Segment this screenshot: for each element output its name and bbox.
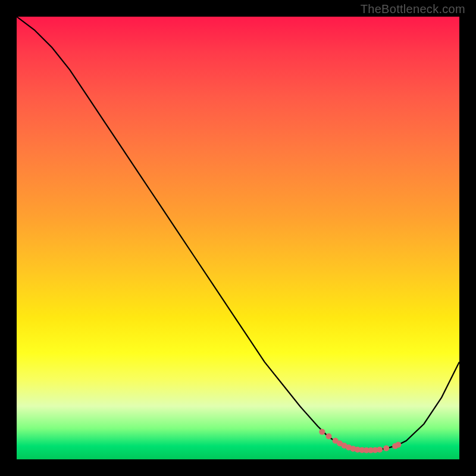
marker-dot <box>377 447 383 453</box>
marker-dot <box>319 429 325 435</box>
chart-svg <box>17 17 459 459</box>
marker-dot <box>383 445 389 451</box>
watermark-text: TheBottleneck.com <box>361 2 465 16</box>
marker-dot <box>326 433 332 439</box>
curve-marker-dots <box>319 429 401 453</box>
chart-plot-area <box>17 17 459 459</box>
marker-dot <box>395 441 401 447</box>
bottleneck-curve <box>17 17 459 450</box>
